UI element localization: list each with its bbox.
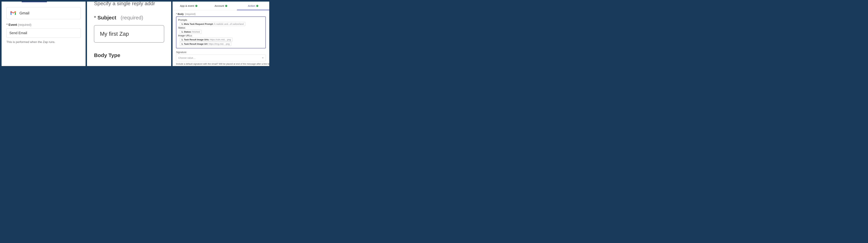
gmail-icon <box>10 11 16 15</box>
status-pill[interactable]: 1. Status: finished <box>180 30 202 34</box>
app-name: Gmail <box>20 11 29 15</box>
panel-gmail-event: Gmail * Event (required) Send Email This… <box>1 1 86 66</box>
active-tab-indicator <box>22 2 47 2</box>
prompts-section-label: Prompts <box>178 19 264 21</box>
signature-help-text: Include a default signature with the ema… <box>176 63 266 65</box>
reply-address-text: Specify a single reply addr <box>94 1 164 6</box>
body-field-label: * Body (required) <box>176 13 266 15</box>
check-icon <box>195 5 197 7</box>
body-type-label: Body Type <box>94 53 164 58</box>
event-select[interactable]: Send Email <box>6 28 81 38</box>
event-field-label: * Event (required) <box>6 23 81 27</box>
tab-action[interactable]: Action <box>237 2 269 10</box>
body-editor[interactable]: Prompts 1. Meta Task Request Prompt: A r… <box>176 16 266 48</box>
prompt-pill[interactable]: 1. Meta Task Request Prompt: A realistic… <box>180 22 245 26</box>
image-url-pill[interactable]: 1. Task Result Image Url: https://img.mi… <box>180 42 231 46</box>
tab-account[interactable]: Account <box>205 2 237 10</box>
chevron-down-icon <box>262 58 264 59</box>
signature-label: Signature <box>176 51 266 54</box>
check-icon <box>256 5 258 7</box>
subject-field-label: * Subject (required) <box>94 15 164 21</box>
event-helper-text: This is performed when the Zap runs. <box>6 40 81 44</box>
app-selector[interactable]: Gmail <box>6 7 81 19</box>
status-section-label: Status: <box>178 26 264 29</box>
check-icon <box>225 5 227 7</box>
panel-subject: Specify a single reply addr * Subject (r… <box>87 1 171 66</box>
signature-select[interactable]: Choose value… <box>176 55 266 61</box>
subject-input[interactable]: My first Zap <box>94 25 164 43</box>
image-urls-pill[interactable]: 1. Task Result Image Urls: https://cdn.m… <box>180 38 232 42</box>
image-urls-section-label: Image URLs: <box>178 34 264 37</box>
tab-app-event[interactable]: App & event <box>173 2 205 10</box>
step-tabs: App & event Account Action <box>173 2 269 10</box>
panel-action-config: App & event Account Action * Body (requi… <box>173 1 270 66</box>
